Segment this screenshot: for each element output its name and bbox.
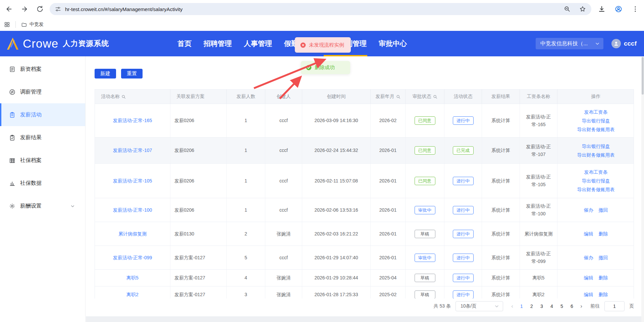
- activity-name-link[interactable]: 发薪活动-正常-100: [113, 206, 152, 214]
- column-header-activity-name: 活动名称: [95, 90, 170, 104]
- cell-plan: 发薪0130: [170, 222, 227, 246]
- action-link[interactable]: 导出财务做账用表: [577, 151, 615, 159]
- action-link[interactable]: 编辑: [584, 274, 593, 282]
- back-icon[interactable]: [5, 5, 13, 13]
- action-link[interactable]: 删除: [599, 291, 608, 299]
- sidebar-item-salary-result[interactable]: 发薪结果: [0, 126, 85, 149]
- url-text[interactable]: hr-test.croweit.cn/#/salaryManagement/sa…: [65, 6, 182, 12]
- nav-item-personnel[interactable]: 人事管理: [244, 31, 272, 56]
- action-link[interactable]: 导出银行报盘: [582, 176, 610, 185]
- user-avatar[interactable]: [611, 39, 621, 48]
- cell-activity-name: 离职5: [95, 270, 170, 286]
- cell-activity-status: 进行中: [444, 246, 482, 269]
- cell-payslip-name: 发薪活动-正常-165: [520, 104, 557, 137]
- nav-item-recruit[interactable]: 招聘管理: [204, 31, 232, 56]
- bookmark-star-icon[interactable]: [579, 6, 586, 12]
- page-number-1[interactable]: 1: [517, 304, 527, 309]
- cell-approval-status: 审批中: [406, 198, 444, 222]
- activity-name-link[interactable]: 发薪活动-正常-099: [113, 254, 152, 262]
- page-number-5[interactable]: 5: [557, 304, 567, 309]
- cell-activity-status: 进行中: [444, 164, 482, 198]
- column-header-label: 发薪人数: [236, 94, 255, 100]
- action-link[interactable]: 导出银行报盘: [582, 116, 610, 125]
- action-link[interactable]: 删除: [599, 274, 608, 282]
- sidebar-item-salary-archive[interactable]: 薪资档案: [0, 58, 85, 80]
- action-link[interactable]: 编辑: [584, 230, 593, 238]
- next-page-button[interactable]: ›: [577, 303, 586, 310]
- table-body: 发薪活动-正常-165发薪02061cccf2026-03-09 14:16:3…: [95, 104, 634, 299]
- apps-grid-icon[interactable]: [4, 21, 10, 28]
- profile-icon[interactable]: [615, 5, 622, 13]
- cell-creator: 张婉清: [265, 270, 302, 286]
- zoom-icon[interactable]: [564, 6, 571, 12]
- action-link[interactable]: 导出银行报盘: [582, 142, 610, 151]
- action-link[interactable]: 撤回: [599, 206, 608, 214]
- activity-name-link[interactable]: 发薪活动-正常-107: [113, 147, 152, 154]
- action-link[interactable]: 导出财务做账用表: [577, 125, 615, 134]
- create-button[interactable]: 新建: [95, 69, 116, 78]
- sidebar-item-salary-adjust[interactable]: 调薪管理: [0, 80, 85, 103]
- page-scrollbar[interactable]: [641, 56, 644, 322]
- action-link[interactable]: 编辑: [584, 291, 593, 299]
- page-number-2[interactable]: 2: [527, 304, 537, 309]
- cell-activity-status: 进行中: [444, 270, 482, 286]
- sidebar-item-salary-settings[interactable]: 薪酬设置: [0, 195, 85, 217]
- search-icon[interactable]: [433, 95, 437, 99]
- status-badge: 草稿: [415, 230, 435, 238]
- action-links: 编辑删除: [584, 230, 608, 238]
- action-links: 催办撤回: [584, 254, 608, 262]
- action-link[interactable]: 删除: [599, 230, 608, 238]
- sidebar-item-salary-activity[interactable]: 发薪活动: [0, 103, 85, 126]
- page-number-6[interactable]: 6: [567, 304, 577, 309]
- cell-created-at: 2026-02-24 15:44:32: [302, 138, 371, 163]
- action-link[interactable]: 导出财务做账用表: [577, 185, 615, 194]
- sidebar-item-social-data[interactable]: 社保数据: [0, 172, 85, 195]
- menu-icon[interactable]: [632, 5, 639, 13]
- action-link[interactable]: 发布工资条: [584, 168, 608, 176]
- action-link[interactable]: 催办: [584, 254, 593, 262]
- table-header-row: 活动名称关联发薪方案发薪人数创建人创建时间发薪年月审批状态活动状态发薪结果工资条…: [95, 90, 634, 104]
- page-number-4[interactable]: 4: [547, 304, 557, 309]
- goto-page-input[interactable]: [604, 301, 625, 311]
- column-header-label: 发薪结果: [491, 94, 510, 100]
- nav-item-approval-center[interactable]: 审批中心: [379, 31, 407, 56]
- status-badge: 审批中: [415, 206, 435, 214]
- download-icon[interactable]: [598, 5, 605, 13]
- action-link[interactable]: 催办: [584, 206, 593, 214]
- status-badge: 已同意: [415, 177, 435, 185]
- refresh-icon[interactable]: [36, 5, 44, 13]
- activity-name-link[interactable]: 发薪活动-正常-165: [113, 117, 152, 124]
- forward-icon[interactable]: [21, 5, 28, 13]
- sidebar-item-social-archive[interactable]: 社保档案: [0, 149, 85, 172]
- activity-name-link[interactable]: 发薪活动-正常-105: [113, 177, 152, 185]
- company-select[interactable]: 中竞发信息科技（...: [536, 38, 603, 49]
- prev-page-button[interactable]: ‹: [508, 303, 517, 310]
- cell-creator: cccf: [265, 138, 302, 163]
- activity-name-link[interactable]: 离职5: [126, 274, 139, 282]
- cell-count: 1: [227, 198, 265, 222]
- cell-created-at: 2026-02-11 15:07:08: [302, 164, 371, 198]
- activity-name-link[interactable]: 累计病假复测: [118, 230, 147, 238]
- reset-button[interactable]: 重置: [121, 69, 143, 78]
- activity-name-link[interactable]: 离职2: [126, 291, 139, 299]
- page-size-select[interactable]: 10条/页: [455, 301, 503, 311]
- address-bar[interactable]: hr-test.croweit.cn/#/salaryManagement/sa…: [50, 3, 591, 15]
- bookmark-item[interactable]: 中竞发: [21, 21, 44, 28]
- search-icon[interactable]: [396, 95, 400, 99]
- cell-activity-name: 发薪活动-正常-100: [95, 198, 170, 222]
- bookmark-label: 中竞发: [30, 21, 44, 28]
- pagination: 共 53 条 10条/页 ‹ 123456 › 前往 页: [434, 301, 634, 312]
- action-link[interactable]: 发布工资条: [584, 108, 608, 116]
- page-number-3[interactable]: 3: [537, 304, 547, 309]
- search-icon[interactable]: [121, 95, 126, 99]
- site-settings-icon[interactable]: [55, 6, 61, 12]
- scrollbar-thumb[interactable]: [642, 57, 644, 95]
- action-link[interactable]: 撤回: [599, 254, 608, 262]
- cell-activity-name: 发薪活动-正常-107: [95, 138, 170, 163]
- action-links: 发布工资条导出银行报盘导出财务做账用表: [577, 108, 615, 134]
- nav-item-home[interactable]: 首页: [177, 31, 192, 56]
- username[interactable]: cccf: [624, 40, 637, 47]
- cell-payslip-name: 离职2: [520, 286, 557, 299]
- page-numbers: 123456: [517, 304, 577, 309]
- column-header-activity-status: 活动状态: [444, 90, 482, 104]
